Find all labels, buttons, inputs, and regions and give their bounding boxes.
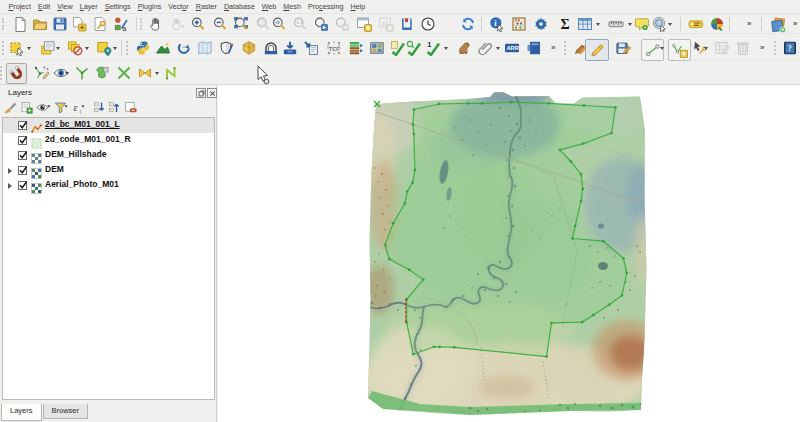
magnet-button[interactable] (6, 63, 27, 84)
menu-project[interactable]: Project (5, 1, 34, 12)
menu-view[interactable]: View (54, 1, 76, 12)
menu-raster[interactable]: Raster (192, 1, 220, 12)
menu-help[interactable]: Help (347, 1, 369, 12)
map-canvas[interactable] (218, 85, 800, 422)
expression-epsilon-dropdown-arrow[interactable] (81, 105, 84, 107)
toolbar-overflow-chevron[interactable]: » (747, 19, 750, 28)
blue-report-button[interactable] (525, 39, 542, 56)
remove-layer-button[interactable] (123, 100, 137, 114)
kangaroo-button[interactable] (455, 39, 472, 56)
attribute-table-dropdown-arrow[interactable] (596, 23, 600, 26)
expander-icon[interactable] (6, 167, 14, 175)
check-page-button[interactable] (389, 39, 406, 56)
layer-row-2d_code_M01_001_R[interactable]: 2d_code_M01_001_R (3, 133, 214, 148)
select-rectangle-button[interactable] (8, 39, 25, 56)
layer-checkbox[interactable] (18, 166, 27, 175)
help-book-button[interactable]: ? (781, 39, 798, 56)
menu-plugins[interactable]: Plugins (134, 1, 165, 12)
import-tray-button[interactable] (281, 39, 298, 56)
menu-web[interactable]: Web (258, 1, 280, 12)
measure-line-button[interactable] (607, 15, 624, 32)
paperclip-button[interactable] (477, 39, 494, 56)
check-one-button[interactable]: 1 (424, 39, 441, 56)
arch-gate-button[interactable] (262, 39, 279, 56)
color-bars-button[interactable] (347, 39, 364, 56)
temporal-controller-button[interactable] (419, 15, 436, 32)
zoom-gear-search-dropdown-arrow[interactable] (668, 23, 672, 26)
select-by-value-button[interactable] (39, 39, 56, 56)
add-group-button[interactable] (19, 100, 33, 114)
layer-row-Aerial_Photo_M01[interactable]: Aerial_Photo_M01 (3, 178, 214, 193)
tracing-zigzag-button[interactable] (163, 64, 180, 81)
colored-pie-button[interactable] (708, 15, 725, 32)
digitize-line-button[interactable] (641, 39, 664, 61)
dock-tab-browser[interactable]: Browser (43, 404, 89, 419)
layer-checkbox[interactable] (18, 181, 27, 190)
tcf-molecule-button[interactable]: TCF (325, 39, 342, 56)
menu-database[interactable]: Database (220, 1, 258, 12)
identify-features-button[interactable]: i (488, 15, 505, 32)
layer-checkbox[interactable] (18, 136, 27, 145)
deselect-features-dropdown-arrow[interactable] (85, 47, 89, 50)
menu-processing[interactable]: Processing (304, 1, 347, 12)
shield-pen-button[interactable] (218, 39, 235, 56)
zoom-gear-search-button[interactable] (651, 15, 668, 32)
toolbar-overflow-chevron[interactable]: » (760, 43, 763, 52)
statistics-sigma-button[interactable]: Σ (556, 15, 573, 32)
layer-checkbox[interactable] (18, 151, 27, 160)
zoom-full-button[interactable] (232, 15, 249, 32)
new-map-view-button[interactable] (355, 15, 372, 32)
attribute-table-button[interactable] (576, 15, 593, 32)
zoom-last-button[interactable] (312, 15, 329, 32)
python-console-button[interactable] (134, 39, 151, 56)
styling-brush-button[interactable] (3, 100, 17, 114)
layer-row-2d_bc_M01_001_L[interactable]: 2d_bc_M01_001_L (3, 118, 214, 133)
expand-all-button[interactable] (92, 100, 106, 114)
panel-close-button[interactable] (207, 88, 217, 98)
pan-map-button[interactable] (147, 15, 164, 32)
yellow-cube-button[interactable] (240, 39, 257, 56)
annotation-tag-button[interactable] (687, 15, 704, 32)
zoom-in-button[interactable] (189, 15, 206, 32)
panel-undock-button[interactable] (196, 88, 206, 98)
save-project-button[interactable] (51, 15, 68, 32)
yellow-bowtie-button[interactable] (136, 64, 153, 81)
menu-layer[interactable]: Layer (76, 1, 101, 12)
snap-blob-button[interactable] (93, 64, 110, 81)
new-project-button[interactable] (11, 15, 28, 32)
digitize-line-dropdown-arrow[interactable] (660, 47, 664, 50)
menu-edit[interactable]: Edit (34, 1, 53, 12)
check-magnifier-button[interactable] (405, 39, 422, 56)
map-sheet-button[interactable] (196, 39, 213, 56)
select-by-location-dropdown-arrow[interactable] (113, 47, 117, 50)
eye-dropdown-arrow[interactable] (65, 72, 69, 75)
raster-image-button[interactable] (368, 39, 385, 56)
measure-line-dropdown-arrow[interactable] (628, 23, 632, 26)
paperclip-dropdown-arrow[interactable] (496, 47, 500, 50)
expander-icon[interactable] (6, 182, 14, 190)
menu-mesh[interactable]: Mesh (280, 1, 305, 12)
project-properties-button[interactable] (91, 15, 108, 32)
layer-row-DEM_Hillshade[interactable]: DEM_Hillshade (3, 148, 214, 163)
zoom-to-layer-button[interactable] (270, 15, 287, 32)
grass-hill-button[interactable] (154, 39, 171, 56)
data-source-manager-button[interactable] (767, 14, 789, 35)
layer-row-DEM[interactable]: DEM (3, 163, 214, 178)
toolbar-overflow-chevron[interactable]: » (551, 43, 554, 52)
advanced-digitizing-dropdown-arrow[interactable] (704, 47, 708, 50)
save-project-as-button[interactable] (70, 15, 87, 32)
menu-vector[interactable]: Vector (165, 1, 192, 12)
blue-swirl-button[interactable] (175, 39, 192, 56)
select-by-value-dropdown-arrow[interactable] (56, 47, 60, 50)
toolbar-overflow-chevron[interactable]: » (793, 19, 796, 28)
snapping-type-button[interactable] (33, 64, 50, 81)
snap-intersection-button[interactable] (115, 64, 132, 81)
menu-settings[interactable]: Settings (101, 1, 134, 12)
zoom-out-button[interactable] (211, 15, 228, 32)
import-page-button[interactable] (302, 39, 319, 56)
filter-funnel-dropdown-arrow[interactable] (64, 105, 67, 107)
layer-checkbox[interactable] (18, 121, 27, 130)
toggle-editing-button[interactable] (585, 39, 609, 61)
save-edits-button[interactable] (614, 39, 631, 56)
select-by-location-button[interactable] (95, 39, 112, 56)
